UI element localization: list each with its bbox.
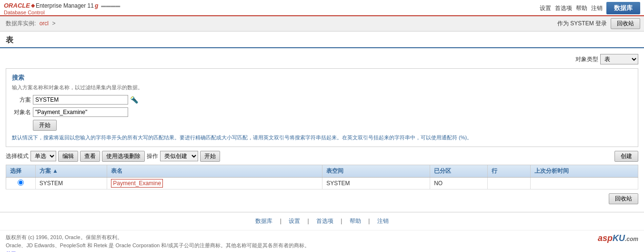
rows-cell — [487, 177, 530, 189]
search-button-row: 开始 — [12, 120, 632, 131]
actions-select[interactable]: 类似创建 — [160, 151, 198, 161]
footer-sep-3: | — [341, 218, 342, 224]
footer-sep-4: | — [368, 218, 370, 224]
view-button[interactable]: 查看 — [80, 151, 100, 162]
tablespace-value: SYSTEM — [326, 180, 350, 187]
col-header-partition: 已分区 — [430, 165, 487, 177]
footer-nav: 数据库 | 设置 | 首选项 | 帮助 | 注销 — [0, 212, 644, 230]
db-instance-label: 数据库实例: — [6, 20, 36, 27]
content-area: 对象类型 表 搜索 输入方案名称和对象名称，以过滤结果集内显示的数据。 方案 🔦… — [0, 50, 644, 208]
mode-select[interactable]: 单选 — [30, 151, 56, 161]
ku-text: KU — [613, 233, 625, 243]
search-section: 搜索 输入方案名称和对象名称，以过滤结果集内显示的数据。 方案 🔦 对象名 开始… — [6, 68, 638, 147]
col-header-select: 选择 — [6, 165, 36, 177]
object-input[interactable] — [33, 107, 128, 117]
object-label: 对象名 — [12, 108, 31, 116]
recycle-bottom-row: 回收站 — [6, 193, 638, 204]
db-instance-link[interactable]: orcl — [40, 20, 49, 27]
nav-logout[interactable]: 注销 — [591, 4, 603, 12]
footer-copyright: 版权所有 (c) 1996, 2010, Oracle。保留所有权利。 Orac… — [0, 230, 644, 252]
em-decoration: ▬▬▬▬ — [101, 3, 120, 8]
oracle-text: ORACLE — [4, 2, 30, 9]
col-header-rows: 行 — [487, 165, 530, 177]
object-row: 对象名 — [12, 107, 632, 117]
toolbar-left: 选择模式 单选 编辑 查看 使用选项删除 操作 类似创建 开始 — [6, 151, 220, 162]
tablespace-cell: SYSTEM — [322, 177, 430, 189]
col-header-analyze: 上次分析时间 — [530, 165, 638, 177]
nav-preferences[interactable]: 首选项 — [555, 4, 572, 12]
aspku-logo: aspKU.com — [598, 233, 638, 243]
copyright-text: 版权所有 (c) 1996, 2010, Oracle。保留所有权利。 Orac… — [6, 233, 310, 252]
flashlight-icon[interactable]: 🔦 — [130, 96, 138, 104]
partition-cell: NO — [430, 177, 487, 189]
logo-area: ORACLE ◆ Enterprise Manager 11 g ▬▬▬▬ Da… — [4, 2, 120, 15]
em-text: Enterprise Manager 11 — [36, 2, 94, 9]
create-section: 创建 — [614, 151, 638, 162]
col-header-tablespace: 表空间 — [322, 165, 430, 177]
copyright-line2: Oracle、JD Edwards、PeopleSoft 和 Retek 是 O… — [6, 242, 310, 250]
tablename-link[interactable]: Payment_Examine — [111, 179, 163, 188]
mode-label: 选择模式 — [6, 152, 29, 160]
table-header-row: 选择 方案 ▲ 表名 表空间 已分区 行 上次分析时间 — [6, 165, 638, 177]
schema-value: SYSTEM — [40, 180, 63, 187]
partition-value: NO — [434, 180, 443, 187]
toolbar-row: 选择模式 单选 编辑 查看 使用选项删除 操作 类似创建 开始 创建 — [6, 151, 638, 162]
table-body: SYSTEM Payment_Examine SYSTEM NO — [6, 177, 638, 189]
nav-help[interactable]: 帮助 — [576, 4, 587, 12]
footer-nav-settings[interactable]: 设置 — [289, 218, 300, 224]
recycle-top-button[interactable]: 回收站 — [611, 18, 640, 29]
table-head: 选择 方案 ▲ 表名 表空间 已分区 行 上次分析时间 — [6, 165, 638, 177]
actions-label: 操作 — [147, 152, 158, 160]
footer-sep-2: | — [308, 218, 309, 224]
diamond-icon: ◆ — [31, 2, 35, 9]
breadcrumb: 数据库实例: orcl > — [4, 20, 57, 28]
recycle-bottom-button[interactable]: 回收站 — [609, 193, 638, 204]
object-type-select[interactable]: 表 — [600, 54, 638, 64]
com-text: .com — [625, 236, 638, 242]
create-button[interactable]: 创建 — [614, 151, 638, 162]
object-type-label: 对象类型 — [575, 55, 598, 63]
col-header-schema: 方案 ▲ — [35, 165, 107, 177]
page-title: 表 — [6, 36, 13, 44]
oracle-logo: ORACLE ◆ Enterprise Manager 11 g ▬▬▬▬ — [4, 2, 120, 9]
select-cell — [6, 177, 36, 189]
schema-cell: SYSTEM — [35, 177, 107, 189]
nav-settings[interactable]: 设置 — [540, 4, 551, 12]
col-header-tablename: 表名 — [107, 165, 322, 177]
schema-input[interactable] — [33, 95, 128, 105]
analyze-cell — [530, 177, 638, 189]
db-button[interactable]: 数据库 — [606, 2, 640, 14]
login-section: 作为 SYSTEM 登录 回收站 — [557, 18, 640, 29]
top-nav: 设置 首选项 帮助 注销 — [540, 4, 603, 12]
footer-nav-preferences[interactable]: 首选项 — [316, 218, 333, 224]
asp-text: asp — [598, 233, 613, 243]
delete-button[interactable]: 使用选项删除 — [102, 151, 145, 162]
tablename-cell: Payment_Examine — [107, 177, 322, 189]
copyright-line1: 版权所有 (c) 1996, 2010, Oracle。保留所有权利。 — [6, 233, 310, 242]
search-note: 默认情况下，搜索将返回以您输入的字符串开头的所有大写的匹配结果。要进行精确匹配或… — [12, 134, 632, 142]
footer-nav-help[interactable]: 帮助 — [350, 218, 361, 224]
data-table: 选择 方案 ▲ 表名 表空间 已分区 行 上次分析时间 — [6, 165, 638, 189]
schema-label: 方案 — [12, 96, 31, 104]
em-version: g — [95, 2, 98, 9]
table-row: SYSTEM Payment_Examine SYSTEM NO — [6, 177, 638, 189]
edit-button[interactable]: 编辑 — [58, 151, 78, 162]
top-header: ORACLE ◆ Enterprise Manager 11 g ▬▬▬▬ Da… — [0, 0, 644, 16]
breadcrumb-bar: 数据库实例: orcl > 作为 SYSTEM 登录 回收站 — [0, 16, 644, 32]
copyright-line3: 关于 Oracle Enterprise Manager — [6, 250, 310, 252]
login-info: 作为 SYSTEM 登录 — [557, 20, 607, 28]
search-description: 输入方案名称和对象名称，以过滤结果集内显示的数据。 — [12, 84, 632, 91]
footer-nav-logout[interactable]: 注销 — [377, 218, 389, 224]
db-control-label: Database Control — [4, 10, 120, 15]
footer-sep-1: | — [280, 218, 282, 224]
page-title-bar: 表 — [0, 32, 644, 48]
search-start-button[interactable]: 开始 — [33, 120, 57, 131]
go-button[interactable]: 开始 — [200, 151, 220, 162]
search-title: 搜索 — [12, 74, 632, 82]
footer-nav-db[interactable]: 数据库 — [255, 218, 272, 224]
breadcrumb-separator: > — [52, 20, 55, 27]
sort-schema-link[interactable]: 方案 ▲ — [40, 168, 58, 174]
row-radio[interactable] — [18, 179, 24, 186]
schema-row: 方案 🔦 — [12, 95, 632, 105]
aspku-logo-area: aspKU.com — [598, 233, 638, 243]
